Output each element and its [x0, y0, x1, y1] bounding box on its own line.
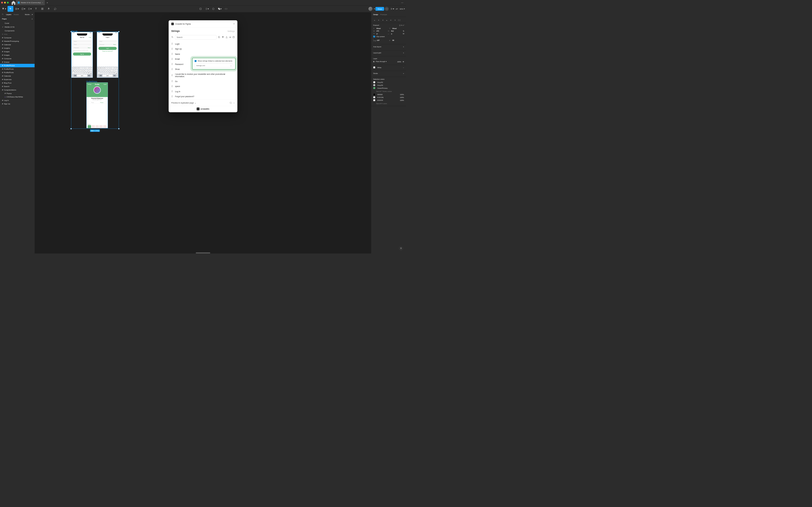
- page-item[interactable]: Mobile UI Kit: [0, 25, 35, 29]
- frame-label-signup[interactable]: Sign Up: [71, 30, 77, 32]
- layer-item[interactable]: #Sign Up: [0, 102, 35, 106]
- hand-tool[interactable]: [46, 6, 52, 12]
- layer-item[interactable]: #Images: [0, 50, 35, 53]
- footer-expand-icon[interactable]: ⌄: [233, 102, 235, 104]
- string-item[interactable]: space: [169, 84, 237, 89]
- maximize-window-icon[interactable]: [7, 2, 9, 3]
- layer-item[interactable]: #Profile/Posts: [0, 71, 35, 74]
- page-dropdown[interactable]: Mobile … ▾: [25, 13, 33, 15]
- frame-tool[interactable]: ▾: [14, 6, 20, 12]
- layer-item[interactable]: #Compose: [0, 57, 35, 60]
- resources-tool[interactable]: [40, 6, 45, 12]
- minimize-window-icon[interactable]: [4, 2, 6, 3]
- layer-item[interactable]: #Drawer: [0, 60, 35, 64]
- h-input[interactable]: 812: [391, 30, 402, 32]
- boolean-tool[interactable]: [210, 6, 216, 12]
- layer-item[interactable]: #Congratulations: [0, 88, 35, 92]
- help-icon[interactable]: ?: [233, 36, 235, 39]
- layer-item[interactable]: #Log In: [0, 99, 35, 102]
- color-swatch[interactable]: [373, 94, 375, 96]
- new-tab-button[interactable]: +: [45, 0, 50, 5]
- string-item[interactable]: Go: [169, 79, 237, 84]
- refresh-icon[interactable]: [218, 36, 220, 39]
- layer-item[interactable]: ◇iOS/Status Bar/White: [0, 95, 35, 99]
- align-vcenter-icon[interactable]: ⫟: [389, 18, 393, 22]
- linked-strings-checkbox[interactable]: [194, 60, 196, 62]
- layer-item[interactable]: #Profile/Posts: [0, 67, 35, 71]
- distribute-icon[interactable]: ⋮⋮: [397, 18, 401, 22]
- gap-h-input[interactable]: -187: [376, 39, 388, 41]
- layer-item[interactable]: #Calendar: [0, 43, 35, 46]
- artboard-signup[interactable]: 9:41●●● Sign UpLogin Name Email Password…: [71, 32, 93, 78]
- file-tab[interactable]: Mobile UI kit (Community) ×: [16, 0, 45, 5]
- layer-item[interactable]: #Blog Post: [0, 81, 35, 85]
- add-grid-button[interactable]: +: [403, 52, 404, 54]
- shape-tool[interactable]: ▾: [20, 6, 26, 12]
- file-select[interactable]: /strings.xml ⌄: [194, 63, 233, 68]
- layer-item[interactable]: #Search: [0, 85, 35, 88]
- text-tool[interactable]: [33, 6, 39, 12]
- modal-close-button[interactable]: ×: [233, 22, 235, 25]
- color-swatch[interactable]: [373, 99, 375, 101]
- horizontal-scrollbar[interactable]: [196, 252, 210, 253]
- pen-tool[interactable]: ▾: [27, 6, 33, 12]
- layer-item[interactable]: #Hide: [0, 33, 35, 36]
- orientation-landscape-icon[interactable]: ▭: [401, 24, 402, 26]
- string-item[interactable]: Login: [169, 42, 237, 47]
- string-item[interactable]: Sign Up: [169, 46, 237, 52]
- color-swatch[interactable]: [373, 84, 375, 86]
- import-icon[interactable]: [226, 36, 228, 39]
- align-left-icon[interactable]: ⫠: [373, 18, 376, 22]
- layer-item[interactable]: #Profile/Photos: [0, 64, 35, 67]
- design-tab[interactable]: Design: [373, 14, 378, 15]
- footer-help-icon[interactable]: ⓘ: [230, 102, 232, 104]
- blend-mode-icon[interactable]: ◐: [373, 61, 375, 63]
- y-input[interactable]: Mixed: [392, 27, 404, 29]
- prototype-tab[interactable]: Prototype: [380, 14, 387, 15]
- string-search-input[interactable]: [175, 35, 217, 40]
- page-item[interactable]: Cover: [0, 21, 35, 25]
- color-swatch[interactable]: [373, 87, 375, 89]
- remove-fill-button[interactable]: −: [403, 67, 404, 68]
- close-window-icon[interactable]: [1, 2, 3, 3]
- add-string-button[interactable]: +: [229, 36, 231, 39]
- align-right-icon[interactable]: ⫞: [381, 18, 385, 22]
- w-input[interactable]: 375: [376, 30, 387, 32]
- share-button[interactable]: Share: [375, 7, 384, 11]
- a11y-indicator[interactable]: A?: [396, 8, 398, 10]
- assets-tab[interactable]: Assets: [14, 13, 19, 15]
- add-stroke-button[interactable]: +: [403, 72, 404, 74]
- filter-icon[interactable]: [222, 36, 224, 39]
- resize-fit-icon[interactable]: ⤢: [403, 24, 404, 26]
- component-tool[interactable]: [197, 6, 203, 12]
- layer-item[interactable]: #Header/Prototyping: [0, 40, 35, 43]
- move-tool[interactable]: [7, 6, 13, 12]
- main-menu-button[interactable]: ▾: [1, 6, 7, 12]
- align-bottom-icon[interactable]: ⫞: [393, 18, 397, 22]
- gap-v-input[interactable]: 88: [392, 39, 404, 41]
- layer-item[interactable]: #Expenses: [0, 78, 35, 81]
- align-top-icon[interactable]: ⫠: [385, 18, 389, 22]
- layer-item[interactable]: #Insights: [0, 46, 35, 50]
- dev-toggle[interactable]: [385, 7, 389, 11]
- color-swatch[interactable]: [373, 96, 375, 98]
- help-fab[interactable]: ?: [399, 246, 403, 250]
- frame-label-login[interactable]: Log In: [97, 30, 102, 32]
- fill-swatch[interactable]: [373, 66, 375, 68]
- see-library-colors-link[interactable]: See all 7 library colors: [373, 90, 404, 94]
- string-item[interactable]: Name: [169, 52, 237, 57]
- rotation-input[interactable]: 0°: [376, 33, 387, 35]
- opacity-input[interactable]: 100%: [397, 61, 401, 62]
- add-page-button[interactable]: +: [32, 18, 33, 20]
- union-tool[interactable]: ▾: [217, 6, 222, 12]
- close-tab-icon[interactable]: ×: [42, 2, 43, 4]
- frame-label-profile[interactable]: Profile/Photos: [86, 80, 97, 82]
- link-dims-icon[interactable]: ⇅: [403, 30, 404, 32]
- corners-icon[interactable]: ⊞: [403, 33, 404, 35]
- frame-type[interactable]: Frame ▾: [373, 24, 379, 26]
- layer-item[interactable]: #Images: [0, 53, 35, 57]
- user-avatar[interactable]: [368, 7, 373, 11]
- string-item[interactable]: Forgot your password?: [169, 94, 237, 99]
- x-input[interactable]: Mixed: [376, 27, 388, 29]
- dev-mode-tool[interactable]: [223, 6, 229, 12]
